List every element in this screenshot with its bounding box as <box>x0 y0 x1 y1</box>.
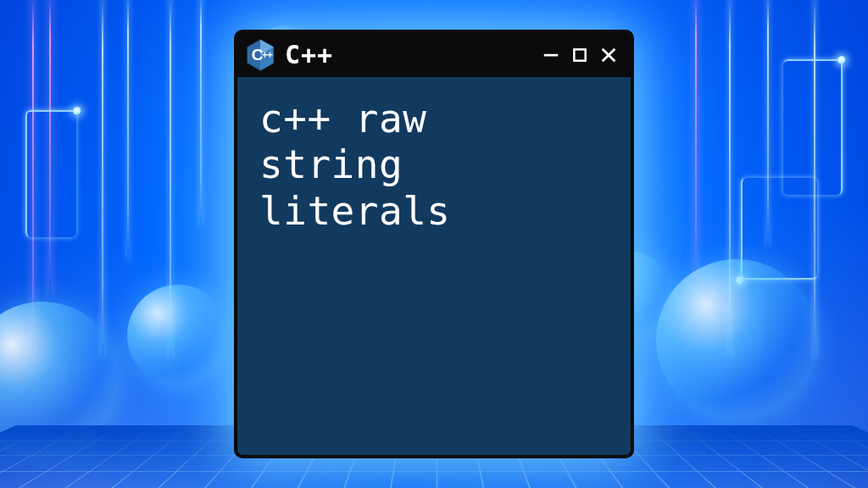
window-title: C++ <box>285 42 531 68</box>
svg-rect-5 <box>262 54 267 55</box>
window-controls <box>541 45 619 65</box>
window-body-text: c++ raw string literals <box>237 77 631 455</box>
bg-data-stream <box>102 0 103 358</box>
bg-orb <box>127 285 229 386</box>
maximize-button[interactable] <box>570 45 590 65</box>
terminal-window: C C++ c++ raw string <box>234 30 634 458</box>
bg-circuit-node <box>837 56 846 64</box>
bg-circuit-trace <box>25 110 76 237</box>
bg-circuit-node <box>73 107 81 115</box>
bg-data-stream <box>127 0 129 260</box>
minimize-button[interactable] <box>541 45 561 65</box>
cpp-logo-icon: C <box>246 39 275 71</box>
bg-orb <box>656 259 817 420</box>
titlebar[interactable]: C C++ <box>237 33 631 77</box>
bg-data-stream <box>695 0 697 285</box>
bg-circuit-trace <box>783 59 843 195</box>
svg-text:C: C <box>252 46 264 64</box>
window-frame: C C++ c++ raw string <box>234 30 634 458</box>
close-button[interactable] <box>598 45 619 65</box>
bg-data-stream <box>200 0 202 225</box>
svg-rect-9 <box>574 49 585 60</box>
svg-rect-7 <box>267 54 272 55</box>
